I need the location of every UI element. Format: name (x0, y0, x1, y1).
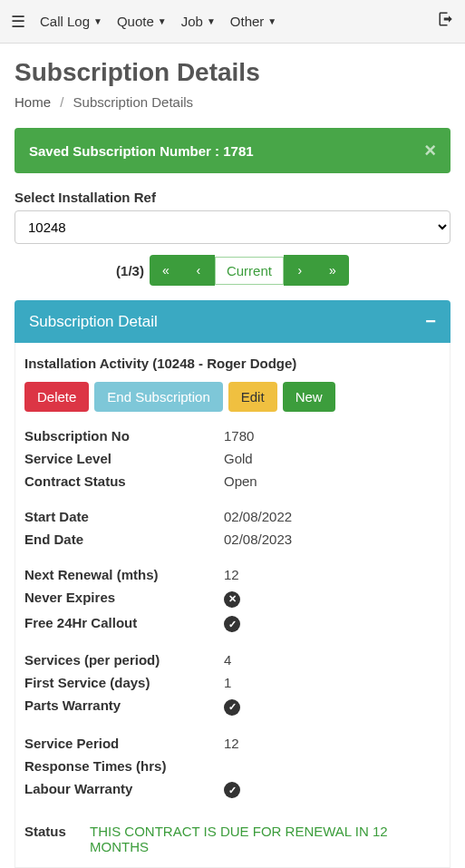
page-title: Subscription Details (15, 58, 450, 87)
field-label: Parts Warranty (24, 697, 224, 716)
pager-last-button[interactable]: » (316, 255, 349, 286)
caret-down-icon: ▼ (207, 16, 216, 26)
field-label: Labour Warranty (24, 781, 224, 799)
field-value: 12 (224, 567, 441, 582)
field-label: Subscription No (24, 428, 224, 444)
free-callout-icon: ✓ (224, 615, 441, 633)
field-label: Contract Status (24, 473, 224, 489)
field-value: 02/08/2023 (224, 532, 441, 547)
nav-other[interactable]: Other▼ (230, 14, 276, 29)
field-value: Open (224, 473, 441, 489)
field-label: Service Period (24, 736, 224, 751)
activity-title: Installation Activity (10248 - Roger Dod… (24, 356, 441, 371)
logout-icon[interactable] (438, 11, 454, 32)
labour-warranty-icon: ✓ (224, 781, 441, 799)
field-value: 12 (224, 736, 441, 751)
success-alert: Saved Subscription Number : 1781 × (15, 128, 450, 173)
pager-first-button[interactable]: « (150, 255, 182, 286)
breadcrumb: Home / Subscription Details (15, 94, 450, 110)
new-button[interactable]: New (283, 382, 335, 412)
parts-warranty-icon: ✓ (224, 697, 441, 716)
field-label: Services (per period) (24, 652, 224, 668)
field-label: Never Expires (24, 590, 224, 608)
pager-next-button[interactable]: › (284, 255, 316, 286)
field-label: Next Renewal (mths) (24, 567, 224, 582)
nav-job[interactable]: Job▼ (181, 14, 216, 29)
breadcrumb-home[interactable]: Home (15, 94, 51, 110)
field-value: 02/08/2022 (224, 509, 441, 524)
status-text: THIS CONTRACT IS DUE FOR RENEWAL IN 12 M… (90, 824, 441, 854)
caret-down-icon: ▼ (93, 16, 102, 26)
installation-ref-label: Select Installation Ref (15, 190, 450, 205)
status-label: Status (24, 824, 90, 854)
delete-button[interactable]: Delete (24, 382, 89, 412)
collapse-icon[interactable]: − (425, 311, 436, 332)
field-label: Service Level (24, 451, 224, 466)
edit-button[interactable]: Edit (228, 382, 277, 412)
pager: (1/3) « ‹ Current › » (15, 255, 450, 286)
close-icon[interactable]: × (424, 141, 436, 161)
panel-header[interactable]: Subscription Detail − (15, 300, 450, 343)
breadcrumb-current: Subscription Details (73, 94, 194, 110)
pager-current: Current (215, 257, 284, 285)
pager-count: (1/3) (116, 263, 144, 278)
field-value: 4 (224, 652, 441, 668)
alert-text: Saved Subscription Number : 1781 (29, 143, 254, 159)
navbar: ☰ Call Log▼ Quote▼ Job▼ Other▼ (0, 0, 465, 44)
panel-body: Installation Activity (10248 - Roger Dod… (15, 343, 450, 868)
panel-title: Subscription Detail (29, 313, 158, 331)
field-label: Response Times (hrs) (24, 758, 224, 774)
field-label: Start Date (24, 509, 224, 524)
pager-prev-button[interactable]: ‹ (182, 255, 215, 286)
field-value: 1780 (224, 428, 441, 444)
field-value: Gold (224, 451, 441, 466)
caret-down-icon: ▼ (158, 16, 167, 26)
never-expires-icon: ✕ (224, 590, 441, 608)
field-value: 1 (224, 675, 441, 690)
field-label: First Service (days) (24, 675, 224, 690)
nav-call-log[interactable]: Call Log▼ (40, 14, 102, 29)
caret-down-icon: ▼ (267, 16, 276, 26)
breadcrumb-separator: / (60, 94, 63, 110)
nav-quote[interactable]: Quote▼ (117, 14, 167, 29)
field-value (224, 758, 441, 774)
field-label: End Date (24, 532, 224, 547)
field-label: Free 24Hr Callout (24, 615, 224, 633)
end-subscription-button[interactable]: End Subscription (94, 382, 222, 412)
installation-ref-select[interactable]: 10248 (15, 210, 450, 244)
menu-icon[interactable]: ☰ (11, 12, 25, 32)
